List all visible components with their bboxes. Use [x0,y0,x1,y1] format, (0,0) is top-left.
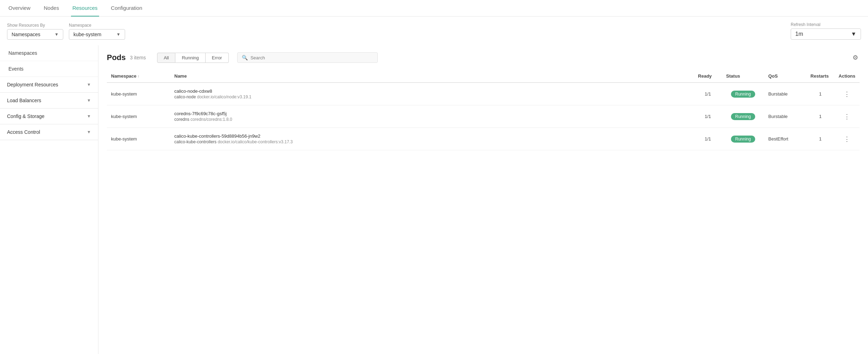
pod-name-0[interactable]: calico-node-cdxw8 [174,88,689,94]
pod-qos-1: Burstable [764,105,806,128]
tab-nodes[interactable]: Nodes [43,0,60,17]
col-header-actions: Actions [834,70,860,83]
sidebar-item-access-control[interactable]: Access Control ▼ [0,124,98,140]
sidebar-lb-label: Load Balancers [7,98,41,103]
sidebar-config-label: Config & Storage [7,113,45,119]
tab-configuration[interactable]: Configuration [110,0,144,17]
pod-namespace-0: kube-system [107,83,170,105]
sidebar-deployment-label: Deployment Resources [7,82,58,87]
namespace-select[interactable]: kube-system ▼ [69,29,125,40]
content-area: Pods 3 items All Running Error 🔍 ⚙ Names… [98,45,868,354]
tab-resources[interactable]: Resources [71,0,99,17]
namespace-value: kube-system [73,32,101,37]
pods-header: Pods 3 items All Running Error 🔍 ⚙ [107,52,860,63]
status-badge-1: Running [731,113,755,120]
actions-menu-icon-1[interactable]: ⋮ [841,112,853,122]
col-header-qos: QoS [764,70,806,83]
namespace-chevron-icon: ▼ [116,32,121,37]
sidebar-item-namespaces[interactable]: Namespaces [0,45,98,61]
pods-table: Namespace Name Ready Status QoS Restarts… [107,70,860,150]
pod-status-cell-1: Running [722,105,764,128]
pod-image-2: calico-kube-controllers docker.io/calico… [174,139,689,144]
sidebar-access-label: Access Control [7,129,40,135]
pod-ready-1: 1/1 [694,105,722,128]
sidebar: Namespaces Events Deployment Resources ▼… [0,45,98,354]
refresh-group: Refresh Interval 1m ▼ [791,22,861,40]
pod-actions-0[interactable]: ⋮ [834,83,860,105]
pod-image-1: coredns coredns/coredns:1.8.0 [174,117,689,122]
col-header-name: Name [170,70,694,83]
pod-name-cell-0: calico-node-cdxw8 calico-node docker.io/… [170,83,694,105]
pod-actions-2[interactable]: ⋮ [834,128,860,150]
show-resources-select[interactable]: Namespaces ▼ [7,29,63,40]
pod-restarts-0: 1 [806,83,834,105]
refresh-value: 1m [795,31,803,37]
show-resources-value: Namespaces [12,32,40,37]
settings-gear-icon[interactable]: ⚙ [851,52,860,63]
status-badge-2: Running [731,136,755,143]
search-icon: 🔍 [242,55,248,60]
filter-tabs: All Running Error [157,53,229,63]
table-row: kube-system coredns-7f9c69c78c-gsf5j cor… [107,105,860,128]
pods-count: 3 items [130,55,146,60]
sidebar-item-load-balancers[interactable]: Load Balancers ▼ [0,93,98,109]
controls-bar: Show Resources By Namespaces ▼ Namespace… [0,17,868,45]
refresh-label: Refresh Interval [791,22,861,27]
pod-qos-2: BestEffort [764,128,806,150]
search-input[interactable] [251,55,373,60]
search-box[interactable]: 🔍 [237,52,378,63]
pod-image-prefix-0: calico-node [174,94,196,99]
actions-menu-icon-0[interactable]: ⋮ [841,89,853,99]
filter-tab-all[interactable]: All [157,53,175,63]
pod-qos-0: Burstable [764,83,806,105]
pod-restarts-1: 1 [806,105,834,128]
pod-restarts-2: 1 [806,128,834,150]
refresh-select[interactable]: 1m ▼ [791,28,861,40]
show-resources-group: Show Resources By Namespaces ▼ [7,23,63,40]
pod-name-cell-1: coredns-7f9c69c78c-gsf5j coredns coredns… [170,105,694,128]
show-resources-chevron-icon: ▼ [54,32,59,37]
table-row: kube-system calico-node-cdxw8 calico-nod… [107,83,860,105]
pod-status-cell-0: Running [722,83,764,105]
col-header-namespace[interactable]: Namespace [107,70,170,83]
pod-image-0: calico-node docker.io/calico/node:v3.19.… [174,94,689,99]
lb-chevron-icon: ▼ [87,98,91,103]
pod-status-cell-2: Running [722,128,764,150]
tab-overview[interactable]: Overview [7,0,32,17]
sidebar-item-config-storage[interactable]: Config & Storage ▼ [0,109,98,124]
access-chevron-icon: ▼ [87,130,91,135]
tabs-bar: Overview Nodes Resources Configuration [0,0,868,17]
refresh-chevron-icon: ▼ [851,31,856,37]
pod-actions-1[interactable]: ⋮ [834,105,860,128]
pod-name-cell-2: calico-kube-controllers-59d8894b56-jn9w2… [170,128,694,150]
pod-name-1[interactable]: coredns-7f9c69c78c-gsf5j [174,111,689,116]
col-header-ready: Ready [694,70,722,83]
actions-menu-icon-2[interactable]: ⋮ [841,134,853,144]
namespace-label: Namespace [69,23,125,28]
show-resources-label: Show Resources By [7,23,63,28]
pod-name-2[interactable]: calico-kube-controllers-59d8894b56-jn9w2 [174,133,689,139]
pod-image-prefix-1: coredns [174,117,189,122]
config-chevron-icon: ▼ [87,114,91,119]
sidebar-item-events[interactable]: Events [0,61,98,77]
filter-tab-running[interactable]: Running [175,53,205,63]
pod-ready-2: 1/1 [694,128,722,150]
main-layout: Namespaces Events Deployment Resources ▼… [0,45,868,354]
pod-namespace-1: kube-system [107,105,170,128]
status-badge-0: Running [731,91,755,98]
sidebar-item-deployment-resources[interactable]: Deployment Resources ▼ [0,77,98,93]
pod-ready-0: 1/1 [694,83,722,105]
pod-namespace-2: kube-system [107,128,170,150]
pods-title: Pods [107,53,126,62]
filter-tab-error[interactable]: Error [206,53,229,63]
col-header-restarts: Restarts [806,70,834,83]
col-header-status: Status [722,70,764,83]
table-row: kube-system calico-kube-controllers-59d8… [107,128,860,150]
namespace-group: Namespace kube-system ▼ [69,23,125,40]
pod-image-prefix-2: calico-kube-controllers [174,139,216,144]
deployment-chevron-icon: ▼ [87,82,91,87]
